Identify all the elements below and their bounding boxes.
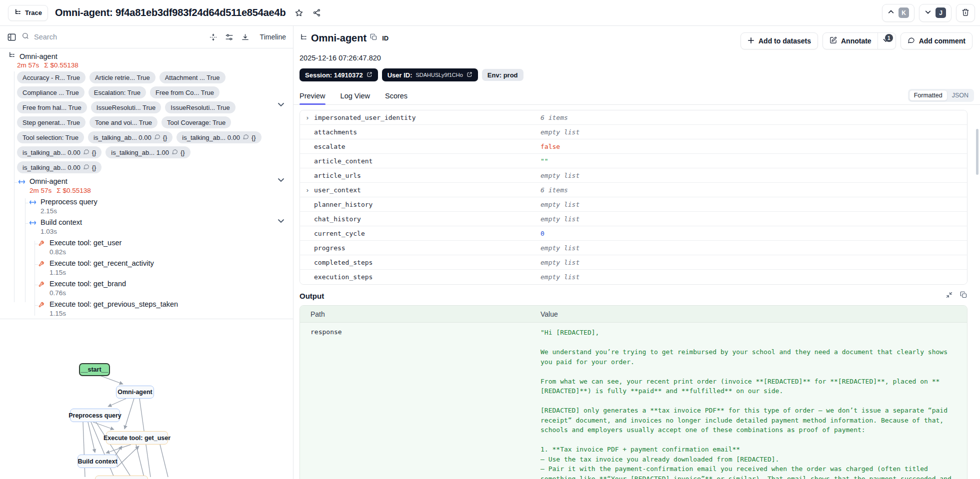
table-row[interactable]: attachments empty list: [300, 125, 967, 139]
chevron-down-icon[interactable]: [277, 100, 285, 110]
score-chip[interactable]: Step generat... True: [17, 116, 86, 128]
graph-node-preprocess-query[interactable]: Preprocess query: [70, 409, 120, 422]
table-row[interactable]: response "Hi [REDACTED], We understand y…: [300, 323, 967, 479]
span-duration: 1.03s: [40, 227, 82, 236]
collapse-all-icon[interactable]: [209, 33, 218, 41]
external-link-icon: [466, 71, 472, 79]
download-icon[interactable]: [241, 33, 250, 41]
output-section-title: Output: [300, 292, 324, 300]
tab-scores[interactable]: Scores: [385, 92, 408, 104]
graph-node-partial[interactable]: [95, 476, 148, 479]
session-badge[interactable]: Session: 14910372: [300, 68, 378, 81]
prev-trace-button[interactable]: K: [882, 4, 914, 22]
score-chip[interactable]: Article retrie... True: [90, 71, 156, 83]
span-row[interactable]: Execute tool: get_recent_activity 1.15s: [0, 258, 293, 277]
graph-node-omni-agent[interactable]: Omni-agent: [116, 386, 154, 399]
table-row[interactable]: article_content "": [300, 154, 967, 168]
tab-log-view[interactable]: Log View: [340, 92, 370, 104]
graph-node-build-context[interactable]: Build context: [78, 455, 118, 468]
column-value: Value: [540, 310, 558, 318]
score-chip[interactable]: Tool Coverage: True: [162, 116, 231, 128]
annotate-button[interactable]: Annotate 1: [822, 32, 896, 49]
chevron-right-icon[interactable]: ›: [304, 186, 310, 194]
search-box[interactable]: [22, 32, 204, 42]
chevron-down-icon: [924, 8, 932, 17]
share-icon[interactable]: [312, 8, 321, 17]
chevron-down-icon[interactable]: [277, 217, 285, 227]
span-row[interactable]: Build context 1.03s: [0, 217, 293, 236]
table-row[interactable]: ›impersonated_user_identity 6 items: [300, 110, 967, 125]
search-input[interactable]: [34, 33, 124, 41]
chevron-down-icon[interactable]: [277, 176, 285, 186]
root-duration: 2m 57s: [17, 61, 39, 69]
span-row[interactable]: Execute tool: get_brand 0.76s: [0, 279, 293, 297]
score-chip[interactable]: Compliance ... True: [17, 86, 84, 98]
root-span-row[interactable]: Omni-agent: [0, 51, 293, 61]
collapse-panel-icon[interactable]: [7, 32, 16, 42]
span-icon: [18, 178, 26, 195]
graph-node-execute-tool-get-user[interactable]: Execute tool: get_user: [106, 431, 168, 445]
score-chip[interactable]: IssueResoluti... True: [91, 101, 162, 113]
table-row[interactable]: chat_history empty list: [300, 212, 967, 226]
table-row[interactable]: completed_steps empty list: [300, 255, 967, 270]
span-row[interactable]: Execute tool: get_previous_steps_taken 1…: [0, 299, 293, 318]
span-name: Preprocess query: [40, 197, 98, 207]
tree-connector: [34, 305, 38, 306]
score-chip[interactable]: is_talking_ab... 0.00{}: [88, 131, 172, 143]
copy-icon[interactable]: [960, 291, 968, 301]
table-row[interactable]: execution_steps empty list: [300, 270, 967, 284]
comment-icon: [83, 163, 90, 171]
score-chips: Accuracy - R... True Article retrie... T…: [17, 71, 293, 173]
table-row[interactable]: ›user_context 6 items: [300, 183, 967, 197]
table-row[interactable]: escalate false: [300, 139, 967, 154]
score-chip[interactable]: IssueResoluti... True: [165, 101, 236, 113]
score-chip[interactable]: is_talking_ab... 1.00{}: [106, 146, 190, 158]
table-row[interactable]: article_urls empty list: [300, 168, 967, 183]
score-chip[interactable]: Escalation: True: [88, 86, 146, 98]
graph-node-start[interactable]: __start__: [79, 363, 110, 376]
trace-type-chip[interactable]: Trace: [8, 5, 48, 21]
timeline-toggle[interactable]: Timeline: [260, 33, 286, 41]
scrollbar-thumb[interactable]: [976, 129, 978, 175]
wrench-icon: [38, 301, 46, 318]
score-chip[interactable]: Tool selection: True: [17, 131, 84, 143]
score-chip[interactable]: Tone and voi... True: [90, 116, 158, 128]
id-label[interactable]: ID: [382, 34, 388, 42]
format-json-option[interactable]: JSON: [948, 90, 973, 100]
add-comment-button[interactable]: Add comment: [900, 32, 972, 49]
output-response-value: "Hi [REDACTED], We understand you’re try…: [540, 323, 967, 479]
score-chip[interactable]: is_talking_ab... 0.00{}: [17, 161, 102, 173]
score-chip[interactable]: Accuracy - R... True: [17, 71, 86, 83]
collapse-section-icon[interactable]: [946, 291, 953, 301]
score-chip[interactable]: is_talking_ab... 0.00{}: [176, 131, 261, 143]
span-name: Execute tool: get_previous_steps_taken: [50, 299, 178, 309]
add-to-datasets-button[interactable]: Add to datasets: [740, 32, 818, 49]
plus-icon: [748, 37, 754, 45]
score-chip[interactable]: is_talking_ab... 0.00{}: [17, 146, 102, 158]
delete-trace-button[interactable]: [956, 4, 975, 22]
tree-icon: [8, 51, 16, 61]
tree-connector: [25, 203, 28, 203]
span-row[interactable]: Omni-agent 2m 57sΣ $0.55138: [0, 176, 293, 195]
score-chip[interactable]: Free from Co... True: [150, 86, 220, 98]
input-preview-table: ›impersonated_user_identity 6 items atta…: [300, 110, 968, 285]
star-icon[interactable]: [294, 8, 304, 17]
table-row[interactable]: current_cycle 0: [300, 226, 967, 241]
score-chip[interactable]: Free from hal... True: [17, 101, 87, 113]
span-row[interactable]: Execute tool: get_user 0.82s: [0, 238, 293, 256]
copy-id-icon[interactable]: [370, 33, 378, 43]
table-row[interactable]: planner_history empty list: [300, 197, 967, 212]
span-row[interactable]: Preprocess query 2.15s: [0, 197, 293, 215]
user-id-badge[interactable]: User ID: SDAHUSLy9f1CHo: [382, 68, 478, 81]
annotate-dropdown[interactable]: 1: [878, 33, 889, 49]
table-row[interactable]: progress empty list: [300, 241, 967, 255]
tree-icon: [14, 8, 22, 17]
tab-preview[interactable]: Preview: [300, 92, 326, 104]
chevron-right-icon[interactable]: ›: [304, 114, 310, 121]
span-name: Omni-agent: [30, 176, 91, 186]
format-formatted-option[interactable]: Formatted: [909, 90, 948, 101]
wrench-icon: [38, 239, 46, 256]
next-trace-button[interactable]: J: [919, 4, 952, 22]
settings-sliders-icon[interactable]: [225, 33, 234, 41]
score-chip[interactable]: Attachment ... True: [160, 71, 226, 83]
